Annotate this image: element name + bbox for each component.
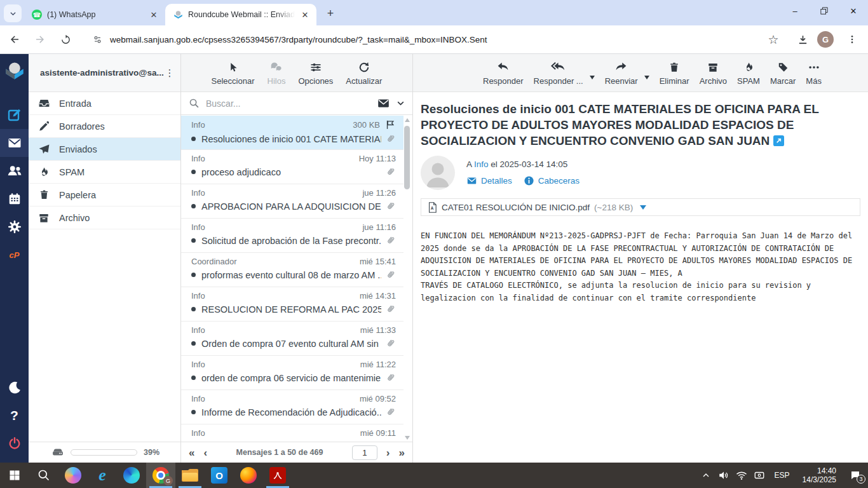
tab-whatsapp[interactable]: ☎ (1) WhatsApp ✕ — [24, 4, 165, 25]
tray-chevron-up-icon[interactable] — [697, 463, 715, 488]
back-icon[interactable] — [4, 29, 25, 50]
message-row[interactable]: Infomié 11:33 Orden de compra 07 evento … — [181, 322, 403, 356]
bookmark-star-icon[interactable]: ☆ — [763, 29, 784, 50]
more-button[interactable]: Más — [806, 60, 822, 86]
wifi-icon[interactable] — [733, 463, 750, 488]
message-row[interactable]: Infomié 11:22 orden de compra 06 servici… — [181, 356, 403, 390]
select-button[interactable]: Seleccionar — [212, 60, 255, 86]
copilot-icon[interactable] — [58, 463, 88, 488]
minimize-button[interactable]: – — [780, 0, 810, 22]
notification-center-icon[interactable]: 3 — [843, 463, 868, 488]
recipient-link[interactable]: Info — [474, 159, 489, 169]
reply-button[interactable]: Responder — [483, 60, 524, 86]
search-input[interactable] — [206, 98, 377, 109]
external-link-icon[interactable] — [773, 135, 784, 146]
archive-button[interactable]: Archivo — [700, 60, 727, 86]
delete-button[interactable]: Eliminar — [660, 60, 689, 86]
prev-page-icon[interactable]: ‹ — [203, 447, 207, 458]
logout-power-icon[interactable] — [0, 430, 29, 458]
archive-label: Archivo — [700, 76, 727, 86]
scroll-down-arrow[interactable] — [405, 436, 410, 440]
mail-icon[interactable] — [0, 129, 29, 157]
message-row[interactable]: InfoHoy 11:13 proceso adjudicaco — [181, 150, 403, 184]
last-page-icon[interactable]: » — [399, 447, 405, 458]
file-explorer-icon[interactable] — [175, 463, 205, 488]
address-bar[interactable]: webmail.sanjuan.gob.ec/cpsess3265394567/… — [84, 29, 752, 50]
restore-button[interactable] — [810, 0, 839, 22]
forward-icon[interactable] — [29, 29, 51, 50]
outlook-icon[interactable]: O — [205, 463, 234, 488]
clock[interactable]: 14:40 14/3/2025 — [796, 466, 843, 484]
folder-spam[interactable]: SPAM — [29, 161, 180, 184]
taskbar-search-icon[interactable] — [29, 463, 58, 488]
window-controls: – ✕ — [780, 0, 868, 22]
close-button[interactable]: ✕ — [839, 0, 868, 22]
headers-link[interactable]: Cabeceras — [524, 175, 580, 186]
message-row[interactable]: Infojue 11:26 APROBACION PARA LA ADQUISI… — [181, 184, 403, 219]
reload-icon[interactable] — [55, 29, 76, 50]
firefox-icon[interactable] — [234, 463, 263, 488]
tab-close-icon[interactable]: ✕ — [149, 10, 159, 20]
compose-icon[interactable] — [0, 101, 29, 129]
cpanel-icon[interactable]: cP — [0, 241, 29, 269]
scrollbar-thumb[interactable] — [404, 126, 410, 189]
threads-button[interactable]: Hilos — [268, 60, 286, 86]
options-button[interactable]: Opciones — [298, 60, 333, 86]
search-scope-envelope-icon[interactable] — [377, 97, 390, 110]
reply-all-caret-icon[interactable] — [590, 76, 595, 79]
next-page-icon[interactable]: › — [386, 447, 390, 458]
dark-mode-moon-icon[interactable] — [0, 374, 29, 402]
sender-avatar — [421, 156, 455, 190]
meet-now-icon[interactable] — [750, 463, 768, 488]
message-row[interactable]: Coordinadormié 15:41 proformas evento cu… — [181, 253, 403, 287]
folder-enviados[interactable]: Enviados — [29, 138, 180, 161]
flag-icon[interactable] — [385, 119, 396, 130]
volume-icon[interactable] — [715, 463, 733, 488]
acrobat-icon[interactable] — [263, 463, 292, 488]
start-button[interactable] — [0, 463, 29, 488]
internet-explorer-icon[interactable]: e — [88, 463, 117, 488]
attachment-row[interactable]: A CATE01 RESOLUCIÓN DE INICIO.pdf (~218 … — [421, 198, 860, 216]
spam-button[interactable]: SPAM — [737, 60, 760, 86]
notification-count-badge: 3 — [857, 475, 865, 484]
calendar-icon[interactable] — [0, 185, 29, 213]
message-row[interactable]: Infojue 11:16 Solicitud de aprobación de… — [181, 219, 403, 253]
attachment-menu-caret-icon[interactable] — [640, 205, 646, 210]
mark-button[interactable]: Marcar — [770, 60, 796, 86]
search-options-chevron-icon[interactable] — [397, 99, 405, 107]
list-scrollbar[interactable] — [403, 117, 411, 441]
new-tab-button[interactable]: + — [322, 4, 339, 22]
folder-papelera[interactable]: Papelera — [29, 184, 180, 207]
forward-button[interactable]: Reenviar — [605, 60, 638, 86]
page-number-input[interactable] — [352, 445, 377, 460]
settings-gear-icon[interactable] — [0, 213, 29, 241]
folder-archivo[interactable]: Archivo — [29, 207, 180, 229]
folder-entrada[interactable]: Entrada — [29, 92, 180, 115]
scroll-up-arrow[interactable] — [405, 118, 410, 122]
language-indicator[interactable]: ESP — [768, 471, 796, 480]
browser-menu-icon[interactable] — [841, 29, 863, 50]
message-row[interactable]: Info300 KB Resoluciones de inicio 001 CA… — [181, 116, 403, 150]
attachment-name[interactable]: CATE01 RESOLUCIÓN DE INICIO.pdf — [442, 203, 590, 212]
tab-search-chevron[interactable] — [4, 4, 22, 22]
edge-icon[interactable] — [117, 463, 146, 488]
profile-avatar[interactable]: G — [817, 31, 834, 48]
details-link[interactable]: Detalles — [466, 175, 512, 186]
roundcube-logo[interactable] — [0, 54, 29, 87]
help-icon[interactable]: ? — [0, 402, 29, 430]
message-row[interactable]: Infomié 14:31 RESOLUCION DE REFORMA AL P… — [181, 287, 403, 322]
account-menu-icon[interactable]: ⋮ — [164, 67, 175, 79]
reply-all-button[interactable]: Responder ... — [534, 60, 583, 86]
forward-caret-icon[interactable] — [644, 76, 649, 79]
tab-close-icon[interactable]: ✕ — [300, 10, 310, 20]
message-row[interactable]: Infomié 09:52 Informe de Recomendación d… — [181, 390, 403, 424]
refresh-button[interactable]: Actualizar — [346, 60, 382, 86]
tab-roundcube[interactable]: Roundcube Webmail :: Enviados ✕ — [165, 4, 316, 25]
folder-borradores[interactable]: Borradores — [29, 115, 180, 138]
contacts-icon[interactable] — [0, 157, 29, 185]
downloads-icon[interactable] — [792, 29, 813, 50]
chrome-taskbar-icon[interactable]: G — [146, 463, 175, 488]
message-row[interactable]: Infomié 09:11 — [181, 424, 403, 442]
site-info-icon[interactable] — [93, 35, 102, 44]
first-page-icon[interactable]: « — [189, 447, 194, 458]
